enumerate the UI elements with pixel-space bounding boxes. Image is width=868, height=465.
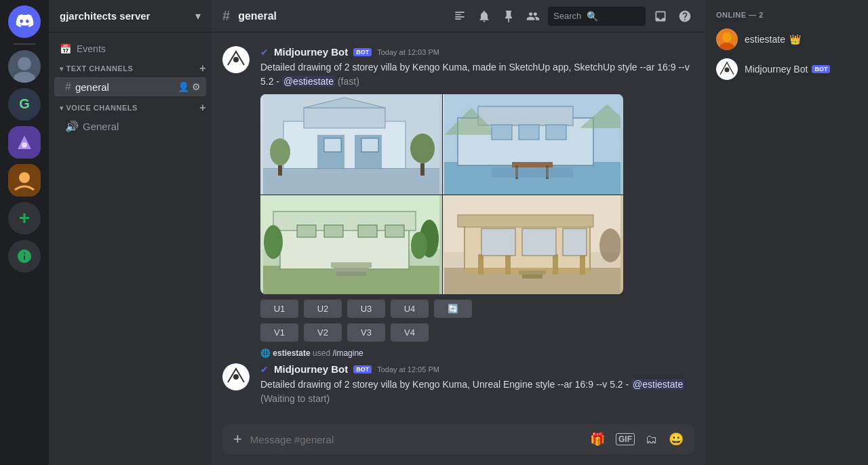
svg-rect-37 — [492, 167, 573, 178]
calendar-icon: 📅 — [60, 43, 71, 54]
add-text-channel-button[interactable]: + — [199, 62, 206, 75]
voice-channels-category[interactable]: ▾ VOICE CHANNELS + — [49, 99, 212, 117]
svg-rect-51 — [358, 225, 377, 237]
channel-sidebar: gjarchitects server ▾ 📅 Events ▾ TEXT CH… — [49, 0, 212, 465]
message-text-2: Detailed drawing of 2 storey villa by Ke… — [260, 378, 694, 406]
voice-channel-name: General — [83, 121, 201, 132]
message-author-1: Midjourney Bot — [274, 46, 348, 58]
used-cmd-text: used — [313, 348, 332, 358]
svg-rect-64 — [522, 228, 556, 256]
used-cmd-user: 🌐 estiestate — [260, 348, 311, 358]
refresh-button[interactable]: 🔄 — [434, 300, 472, 318]
v1-button[interactable]: V1 — [260, 323, 298, 342]
server-avatar-gjarchitects[interactable]: G — [8, 88, 41, 121]
input-actions: 🎁 GIF 🗂 😀 — [590, 432, 684, 447]
message-author-2: Midjourney Bot — [274, 363, 348, 375]
bell-icon[interactable] — [475, 7, 494, 26]
discord-home-icon[interactable] — [8, 5, 41, 38]
text-channels-category[interactable]: ▾ TEXT CHANNELS + — [49, 60, 212, 77]
used-cmd-slash[interactable]: /imagine — [332, 348, 363, 358]
u1-button[interactable]: U1 — [260, 300, 298, 318]
member-item-midjourney-bot[interactable]: Midjourney Bot BOT — [711, 54, 863, 84]
svg-rect-59 — [478, 254, 484, 275]
server-avatar-3[interactable] — [8, 126, 41, 159]
message-body-1: ✔ Midjourney Bot BOT Today at 12:03 PM D… — [260, 46, 694, 342]
u3-button[interactable]: U3 — [347, 300, 385, 318]
members-sidebar: ONLINE — 2 estiestate 👑 — [705, 0, 868, 465]
svg-point-75 — [725, 68, 730, 73]
svg-rect-17 — [263, 169, 439, 195]
server-avatar-4[interactable] — [8, 164, 41, 197]
add-voice-channel-button[interactable]: + — [199, 102, 206, 114]
pin-icon[interactable] — [499, 7, 518, 26]
voice-chevron-icon: ▾ — [60, 104, 64, 112]
villa-image-3 — [260, 195, 442, 294]
u2-button[interactable]: U2 — [304, 300, 342, 318]
main-content: # general — [212, 0, 705, 465]
channel-general-actions: 👤 ⚙ — [178, 81, 201, 92]
threads-icon[interactable] — [450, 7, 469, 26]
settings-icon[interactable]: ⚙ — [192, 81, 201, 92]
verified-icon-2: ✔ — [260, 364, 269, 375]
gift-icon[interactable]: 🎁 — [590, 432, 605, 447]
member-item-estiestate[interactable]: estiestate 👑 — [711, 24, 863, 54]
svg-point-48 — [411, 232, 427, 259]
sticker-icon[interactable]: 🗂 — [646, 432, 658, 447]
bot-badge-2: BOT — [353, 365, 372, 373]
image-grid-1 — [260, 94, 623, 294]
voice-channel-general[interactable]: 🔊 General — [54, 117, 206, 136]
member-name-estiestate: estiestate — [745, 34, 785, 45]
channel-header-name: general — [238, 10, 277, 22]
svg-rect-60 — [505, 254, 511, 275]
help-icon[interactable] — [675, 7, 694, 26]
members-icon[interactable] — [524, 7, 542, 26]
gif-button[interactable]: GIF — [616, 433, 635, 445]
u4-button[interactable]: U4 — [391, 300, 429, 318]
member-avatar-midjourney-bot — [716, 58, 738, 80]
message-input-box: + 🎁 GIF 🗂 😀 — [222, 424, 694, 454]
server-avatar-1[interactable] — [8, 50, 41, 83]
message-input-field[interactable] — [250, 434, 582, 445]
emoji-icon[interactable]: 😀 — [669, 432, 684, 447]
channel-header: # general — [212, 0, 705, 33]
category-chevron-icon: ▾ — [60, 65, 64, 73]
villa-image-2 — [442, 94, 624, 195]
mention-estiestate-2[interactable]: @estiestate — [631, 379, 684, 390]
member-name-row-estiestate: estiestate 👑 — [745, 34, 857, 45]
v3-button[interactable]: V3 — [347, 323, 385, 342]
inbox-icon[interactable] — [651, 7, 670, 26]
svg-point-72 — [722, 33, 732, 42]
verified-icon-1: ✔ — [260, 47, 269, 58]
discover-servers-icon[interactable] — [8, 240, 41, 272]
v2-button[interactable]: V2 — [304, 323, 342, 342]
svg-rect-24 — [361, 138, 378, 152]
member-name-row-midjourney-bot: Midjourney Bot BOT — [745, 64, 857, 75]
server-list: G + — [0, 0, 49, 465]
add-attachment-button[interactable]: + — [233, 430, 242, 448]
add-server-button[interactable]: + — [8, 202, 41, 235]
svg-rect-44 — [334, 268, 369, 272]
message-text-1: Detailed drawing of 2 storey villa by Ke… — [260, 60, 694, 89]
channel-item-general[interactable]: # general 👤 ⚙ — [54, 77, 206, 96]
svg-point-70 — [233, 374, 239, 380]
server-name: gjarchitects server — [60, 10, 150, 22]
svg-rect-19 — [278, 165, 282, 176]
villa-image-4 — [442, 195, 624, 294]
v4-button[interactable]: V4 — [391, 323, 429, 342]
svg-rect-67 — [522, 275, 542, 279]
svg-text:G: G — [19, 96, 30, 111]
message-input-area: + 🎁 GIF 🗂 😀 — [212, 419, 705, 465]
add-person-icon[interactable]: 👤 — [178, 81, 189, 92]
search-bar[interactable]: Search 🔍 — [548, 7, 646, 26]
svg-point-1 — [18, 57, 31, 70]
svg-rect-45 — [336, 272, 366, 276]
server-header[interactable]: gjarchitects server ▾ — [49, 0, 212, 33]
svg-rect-62 — [580, 254, 585, 275]
svg-rect-34 — [492, 125, 512, 140]
events-item[interactable]: 📅 Events — [49, 38, 212, 60]
search-bar-placeholder: Search — [553, 11, 581, 21]
mention-estiestate-1[interactable]: @estiestate — [282, 76, 335, 87]
svg-rect-61 — [553, 254, 558, 275]
action-buttons-row2: V1 V2 V3 V4 — [260, 323, 623, 342]
svg-rect-65 — [563, 228, 587, 256]
